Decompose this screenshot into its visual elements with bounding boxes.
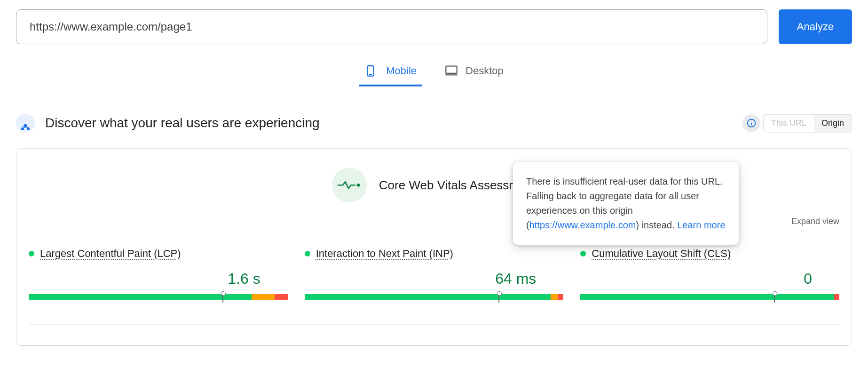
status-dot bbox=[580, 251, 586, 256]
ok-segment bbox=[551, 294, 559, 300]
percentile-marker bbox=[220, 291, 226, 303]
desktop-icon bbox=[444, 64, 459, 78]
metric: Interaction to Next Paint (INP) 64 ms bbox=[305, 248, 564, 300]
expand-view-link[interactable]: Expand view bbox=[791, 217, 839, 226]
tooltip-origin-link[interactable]: https://www.example.com bbox=[529, 220, 636, 230]
tab-mobile-label: Mobile bbox=[386, 65, 417, 77]
metric-value: 64 ms bbox=[305, 270, 564, 288]
metric: Largest Contentful Paint (LCP) 1.6 s bbox=[29, 248, 288, 300]
analyze-button[interactable]: Analyze bbox=[779, 9, 852, 44]
distribution-bar bbox=[580, 294, 839, 300]
info-icon[interactable] bbox=[742, 114, 760, 132]
tab-desktop[interactable]: Desktop bbox=[442, 64, 505, 85]
ok-segment bbox=[252, 294, 275, 300]
metric-name[interactable]: Interaction to Next Paint (INP) bbox=[316, 248, 453, 260]
distribution-bar bbox=[305, 294, 564, 300]
distribution-bar bbox=[29, 294, 288, 300]
pass-icon bbox=[332, 168, 367, 202]
good-segment bbox=[580, 294, 834, 300]
scope-this-url: This URL bbox=[764, 115, 814, 132]
status-dot bbox=[305, 251, 310, 256]
tab-mobile[interactable]: Mobile bbox=[363, 64, 418, 85]
assessment-title: Core Web Vitals Assessment bbox=[379, 178, 536, 193]
svg-rect-2 bbox=[446, 66, 457, 73]
status-dot bbox=[29, 251, 34, 256]
good-segment bbox=[305, 294, 551, 300]
section-title: Discover what your real users are experi… bbox=[45, 116, 320, 131]
mobile-icon bbox=[364, 64, 379, 78]
percentile-marker bbox=[496, 291, 502, 303]
tooltip-learn-more-link[interactable]: Learn more bbox=[677, 220, 725, 230]
scope-toggle: This URL Origin bbox=[763, 114, 852, 132]
good-segment bbox=[29, 294, 252, 300]
percentile-marker bbox=[772, 291, 777, 303]
scope-origin[interactable]: Origin bbox=[814, 115, 852, 132]
metric-name[interactable]: Largest Contentful Paint (LCP) bbox=[40, 248, 181, 260]
tooltip-text-mid: ) instead. bbox=[636, 220, 677, 230]
bad-segment bbox=[275, 294, 288, 300]
bad-segment bbox=[834, 294, 839, 300]
metric: Cumulative Layout Shift (CLS) 0 bbox=[580, 248, 839, 300]
metric-value: 0 bbox=[580, 270, 839, 288]
crux-icon bbox=[16, 114, 35, 132]
url-input[interactable] bbox=[16, 9, 767, 44]
tab-desktop-label: Desktop bbox=[466, 65, 504, 77]
insufficient-data-tooltip: There is insufficient real-user data for… bbox=[513, 162, 739, 245]
metric-name[interactable]: Cumulative Layout Shift (CLS) bbox=[592, 248, 731, 260]
metric-value: 1.6 s bbox=[29, 270, 288, 288]
divider bbox=[29, 324, 839, 325]
field-data-card: There is insufficient real-user data for… bbox=[16, 148, 852, 346]
svg-point-7 bbox=[356, 184, 360, 187]
bad-segment bbox=[558, 294, 563, 300]
device-tabs: Mobile Desktop bbox=[16, 64, 852, 85]
